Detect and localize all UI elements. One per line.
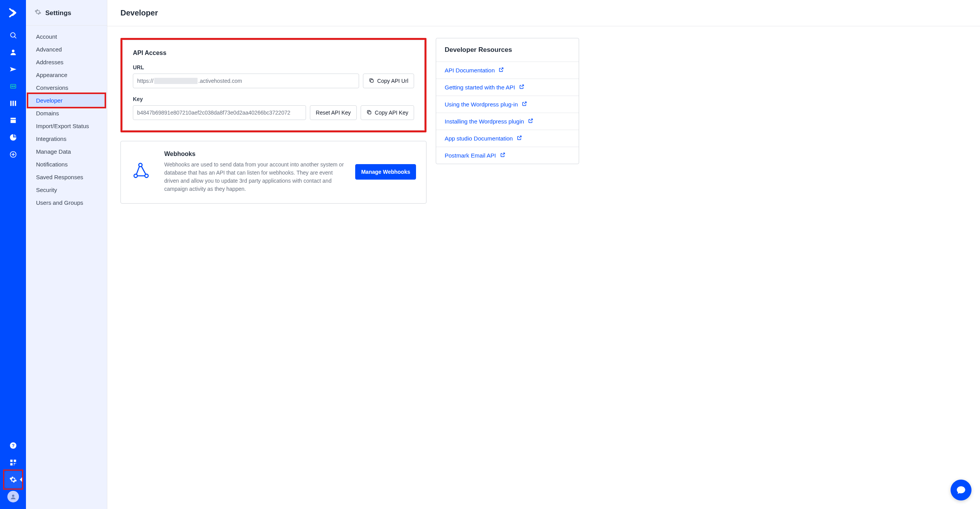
copy-url-label: Copy API Url: [377, 78, 408, 84]
svg-point-27: [145, 174, 148, 178]
svg-rect-20: [15, 463, 16, 464]
svg-rect-18: [10, 463, 12, 466]
svg-rect-3: [10, 84, 15, 88]
svg-point-26: [134, 174, 138, 178]
apps-icon[interactable]: [5, 454, 22, 471]
resource-postmark-api[interactable]: Postmark Email API: [436, 147, 579, 164]
copy-icon: [366, 110, 372, 116]
svg-rect-6: [10, 101, 11, 106]
chat-fab[interactable]: [951, 480, 971, 500]
automations-icon[interactable]: [5, 78, 22, 95]
external-link-icon: [522, 101, 527, 108]
reports-icon[interactable]: [5, 129, 22, 146]
api-key-input[interactable]: b4847b69891e807210aef2c038da8f73e0d2aa40…: [133, 105, 306, 120]
sidebar-item-domains[interactable]: Domains: [28, 107, 105, 120]
svg-rect-16: [10, 460, 12, 462]
manage-webhooks-label: Manage Webhooks: [361, 169, 410, 175]
svg-rect-10: [10, 120, 16, 123]
deals-icon[interactable]: [5, 95, 22, 112]
copy-api-key-button[interactable]: Copy API Key: [361, 105, 414, 120]
svg-point-2: [12, 50, 14, 52]
resource-label: Postmark Email API: [445, 152, 496, 159]
resource-label: API Documentation: [445, 67, 495, 74]
svg-rect-21: [14, 465, 14, 466]
resource-label: Getting started with the API: [445, 84, 515, 91]
sidebar-item-appearance[interactable]: Appearance: [28, 69, 105, 81]
svg-point-22: [12, 495, 14, 497]
main-panel: Developer API Access URL https://.active…: [107, 0, 980, 509]
svg-rect-19: [14, 463, 15, 464]
resource-label: Installing the Wordpress plugin: [445, 118, 524, 125]
svg-point-4: [12, 86, 13, 87]
resource-getting-started[interactable]: Getting started with the API: [436, 79, 579, 96]
developer-resources-card: Developer Resources API Documentation Ge…: [436, 38, 579, 164]
sidebar-item-addresses[interactable]: Addresses: [28, 56, 105, 69]
sidebar-item-users-groups[interactable]: Users and Groups: [28, 196, 105, 209]
webhooks-title: Webhooks: [164, 151, 345, 158]
sidebar-item-integrations[interactable]: Integrations: [28, 132, 105, 145]
key-label: Key: [133, 96, 414, 102]
campaigns-icon[interactable]: [5, 61, 22, 78]
webhooks-description: Webhooks are used to send data from your…: [164, 161, 345, 193]
sidebar-title: Settings: [45, 9, 71, 17]
settings-icon[interactable]: [5, 471, 22, 488]
api-access-title: API Access: [133, 50, 414, 57]
reset-api-key-button[interactable]: Reset API Key: [310, 105, 356, 120]
sidebar-item-security[interactable]: Security: [28, 183, 105, 196]
lists-icon[interactable]: [5, 112, 22, 129]
sidebar-item-account[interactable]: Account: [28, 30, 105, 43]
copy-key-label: Copy API Key: [375, 110, 408, 116]
copy-api-url-button[interactable]: Copy API Url: [363, 74, 414, 88]
svg-text:?: ?: [12, 443, 14, 448]
external-link-icon: [500, 152, 505, 159]
sidebar-item-advanced[interactable]: Advanced: [28, 43, 105, 56]
resources-title: Developer Resources: [436, 38, 579, 62]
search-icon[interactable]: [5, 27, 22, 44]
sidebar-item-developer[interactable]: Developer: [28, 94, 105, 107]
sidebar-header: Settings: [26, 0, 107, 26]
sidebar-item-manage-data[interactable]: Manage Data: [28, 145, 105, 158]
svg-point-5: [14, 86, 15, 87]
sidebar-item-notifications[interactable]: Notifications: [28, 158, 105, 171]
external-link-icon: [519, 84, 524, 91]
svg-rect-23: [371, 79, 373, 82]
reset-key-label: Reset API Key: [316, 110, 351, 116]
gear-icon: [34, 9, 41, 17]
external-link-icon: [517, 135, 522, 142]
svg-point-25: [139, 163, 142, 167]
svg-rect-8: [15, 101, 16, 106]
resource-app-studio[interactable]: App studio Documentation: [436, 130, 579, 147]
copy-icon: [369, 78, 374, 84]
contacts-icon[interactable]: [5, 44, 22, 61]
resource-installing-wp-plugin[interactable]: Installing the Wordpress plugin: [436, 113, 579, 130]
chat-icon: [956, 485, 966, 495]
svg-rect-7: [12, 101, 14, 106]
api-url-redacted: [154, 78, 198, 84]
resource-using-wp-plugin[interactable]: Using the Wordpress plug-in: [436, 96, 579, 113]
resource-label: Using the Wordpress plug-in: [445, 101, 518, 108]
resource-api-documentation[interactable]: API Documentation: [436, 62, 579, 79]
svg-rect-17: [14, 460, 16, 462]
external-link-icon: [499, 67, 504, 74]
sidebar-item-conversions[interactable]: Conversions: [28, 81, 105, 94]
nav-rail: ?: [0, 0, 26, 509]
website-icon[interactable]: [5, 146, 22, 163]
help-icon[interactable]: ?: [5, 437, 22, 454]
api-key-value: b4847b69891e807210aef2c038da8f73e0d2aa40…: [137, 110, 291, 116]
page-title: Developer: [120, 9, 967, 17]
svg-rect-9: [10, 118, 16, 119]
webhooks-card: Webhooks Webhooks are used to send data …: [120, 141, 426, 204]
external-link-icon: [528, 118, 533, 125]
api-access-card: API Access URL https://.activehosted.com…: [120, 38, 426, 132]
api-url-suffix: .activehosted.com: [198, 78, 242, 84]
svg-line-1: [14, 37, 16, 38]
api-url-prefix: https://: [137, 78, 153, 84]
sidebar-item-saved-responses[interactable]: Saved Responses: [28, 171, 105, 183]
api-url-input[interactable]: https://.activehosted.com: [133, 74, 359, 88]
logo-icon[interactable]: [7, 7, 19, 20]
sidebar-items: Account Advanced Addresses Appearance Co…: [26, 26, 107, 214]
manage-webhooks-button[interactable]: Manage Webhooks: [355, 164, 416, 180]
avatar-icon[interactable]: [5, 488, 22, 505]
sidebar-item-import-export[interactable]: Import/Export Status: [28, 120, 105, 132]
resource-label: App studio Documentation: [445, 135, 513, 142]
